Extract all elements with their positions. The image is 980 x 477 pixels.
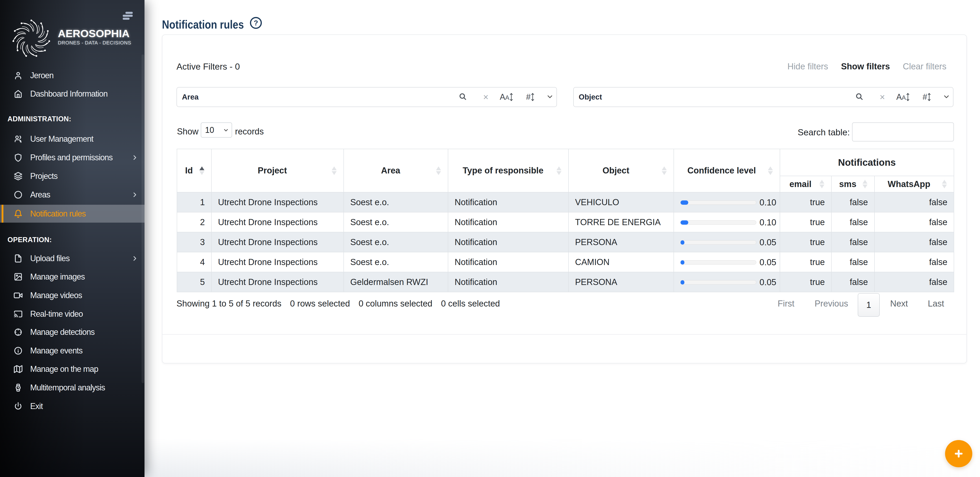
svg-text:?: ? bbox=[254, 19, 258, 27]
